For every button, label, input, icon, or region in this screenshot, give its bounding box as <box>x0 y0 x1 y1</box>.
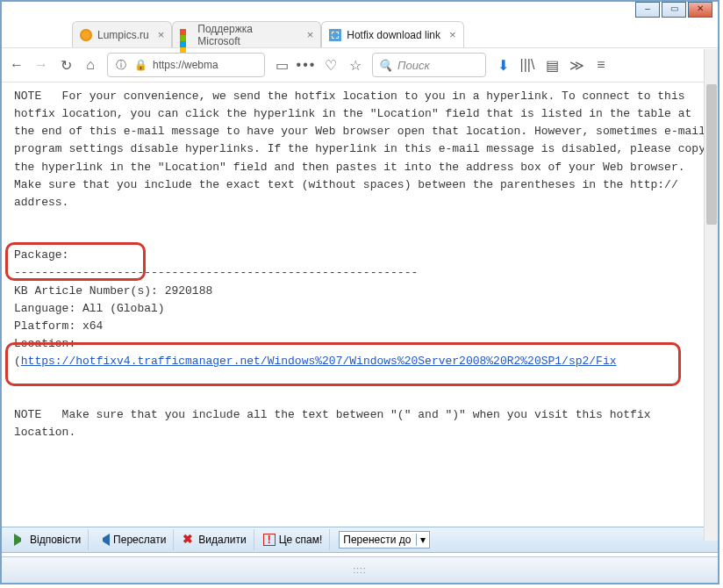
address-bar[interactable]: ⓘ 🔒 https://webma <box>107 53 265 77</box>
tab-hotfix[interactable]: Hotfix download link × <box>321 21 463 47</box>
tab-lumpics[interactable]: Lumpics.ru × <box>72 21 172 47</box>
status-bar: :::: <box>2 556 718 583</box>
tab-label: Hotfix download link <box>347 29 440 41</box>
kb-line: KB Article Number(s): 2920188 <box>14 284 212 298</box>
page-actions-icon[interactable]: ••• <box>298 57 314 73</box>
platform-line: Platform: x64 <box>14 319 103 333</box>
tab-close-icon[interactable]: × <box>449 28 456 41</box>
language-line: Language: All (Global) <box>14 302 165 315</box>
hamburger-menu-icon[interactable]: ≡ <box>593 57 609 73</box>
note-bottom: NOTE Make sure that you include all the … <box>14 408 657 439</box>
vertical-scrollbar[interactable] <box>704 49 718 541</box>
note-top: NOTE For your convenience, we send the h… <box>14 90 712 209</box>
dropdown-caret-icon: ▾ <box>416 534 426 546</box>
nav-reload-icon[interactable]: ↻ <box>58 57 74 73</box>
library-icon[interactable]: |||\ <box>519 57 535 73</box>
reply-label: Відповісти <box>30 534 81 546</box>
url-text: https://webma <box>153 59 218 71</box>
nav-back-icon[interactable]: ← <box>9 57 25 73</box>
spam-label: Це спам! <box>279 534 323 546</box>
scroll-thumb[interactable] <box>706 84 717 225</box>
search-box[interactable]: 🔍 Поиск <box>372 53 486 77</box>
tab-label: Lumpics.ru <box>97 29 149 41</box>
pocket-icon[interactable]: ♡ <box>323 57 339 73</box>
favicon-microsoft-icon <box>180 29 192 41</box>
delete-icon: ✖ <box>183 534 195 546</box>
mail-text: NOTE For your convenience, we send the h… <box>14 88 709 441</box>
nav-home-icon[interactable]: ⌂ <box>82 57 98 73</box>
resize-grip-icon: :::: <box>353 565 366 575</box>
browser-window: – ▭ ✕ Lumpics.ru × Поддержка Microsoft ×… <box>0 0 719 584</box>
mail-action-bar: Відповісти Переслати ✖ Видалити ! Це спа… <box>2 527 718 553</box>
mail-body: NOTE For your convenience, we send the h… <box>2 82 718 539</box>
nav-toolbar: ← → ↻ ⌂ ⓘ 🔒 https://webma ▭ ••• ♡ ☆ 🔍 По… <box>2 47 718 82</box>
delete-button[interactable]: ✖ Видалити <box>175 529 254 550</box>
window-maximize[interactable]: ▭ <box>662 2 686 18</box>
downloads-icon[interactable]: ⬇ <box>495 57 511 73</box>
divider-dashes: ----------------------------------------… <box>14 266 418 279</box>
window-minimize[interactable]: – <box>635 2 660 18</box>
reply-icon <box>14 534 26 546</box>
package-label: Package: <box>14 248 68 262</box>
tab-label: Поддержка Microsoft <box>197 23 297 47</box>
pause-icon[interactable]: ▭ <box>274 57 290 73</box>
search-placeholder: Поиск <box>397 59 430 72</box>
delete-label: Видалити <box>198 534 246 546</box>
forward-icon <box>97 534 110 546</box>
window-close[interactable]: ✕ <box>688 2 712 18</box>
lock-icon: 🔒 <box>134 59 147 71</box>
tab-ms-support[interactable]: Поддержка Microsoft × <box>172 21 321 47</box>
favicon-lumpics-icon <box>80 29 92 41</box>
location-label: Location: <box>14 337 75 350</box>
spam-icon: ! <box>263 534 276 546</box>
sidebar-icon[interactable]: ▤ <box>544 57 560 73</box>
window-controls: – ▭ ✕ <box>635 2 712 18</box>
search-icon: 🔍 <box>378 59 392 72</box>
nav-forward-icon[interactable]: → <box>33 57 49 73</box>
spam-button[interactable]: ! Це спам! <box>256 529 331 550</box>
move-to-select[interactable]: Перенести до ▾ <box>339 531 430 549</box>
forward-button[interactable]: Переслати <box>90 529 174 550</box>
bookmark-star-icon[interactable]: ☆ <box>347 57 363 73</box>
favicon-hotfix-icon <box>329 29 341 41</box>
reply-button[interactable]: Відповісти <box>7 529 89 550</box>
site-info-icon[interactable]: ⓘ <box>113 57 129 73</box>
overflow-icon[interactable]: ≫ <box>569 57 584 73</box>
tab-close-icon[interactable]: × <box>158 28 165 41</box>
tab-close-icon[interactable]: × <box>307 28 314 41</box>
forward-label: Переслати <box>113 534 166 546</box>
tabstrip: Lumpics.ru × Поддержка Microsoft × Hotfi… <box>2 18 718 47</box>
hotfix-location-link[interactable]: https://hotfixv4.trafficmanager.net/Wind… <box>21 355 617 368</box>
move-label: Перенести до <box>343 534 411 546</box>
